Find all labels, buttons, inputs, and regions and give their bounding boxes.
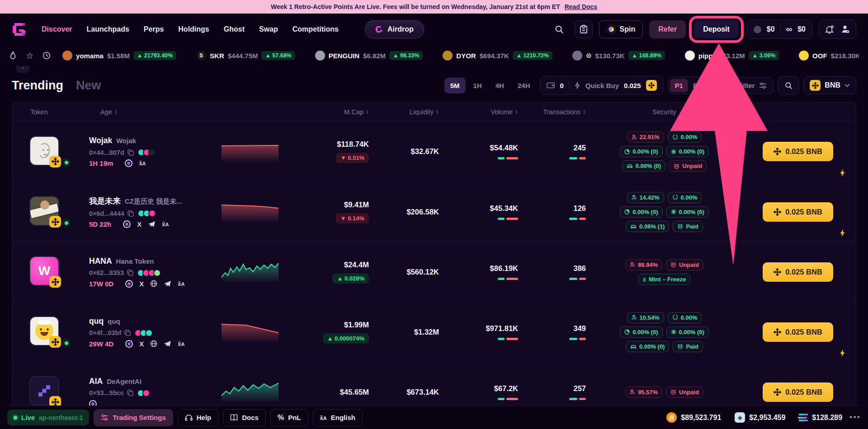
lightning-icon[interactable] [839,169,846,177]
spin-button[interactable]: Spin [599,20,643,38]
btc-price[interactable]: B$89,523.791 [666,412,721,423]
wallet-balances[interactable]: $0 ∞ $0 [747,20,812,39]
nav-link-ghost[interactable]: Ghost [224,25,245,33]
price-sparkline[interactable] [221,380,279,404]
price-sparkline[interactable] [221,140,279,163]
token-symbol[interactable]: quq [89,317,104,326]
preset-p2[interactable]: P2 [688,79,706,92]
token-avatar[interactable] [29,136,68,168]
tab-trending[interactable]: Trending [12,79,63,93]
price-sparkline[interactable] [221,320,279,344]
copy-address-icon[interactable] [127,149,134,156]
col-volume[interactable]: Volume [491,108,513,116]
quick-buy-button[interactable]: 0.025 BNB [763,382,833,402]
ticker-collapse-toggle[interactable]: ⌃ [16,66,30,73]
ticker-token[interactable]: DYOR$694.37K▲ 1210.72% [443,51,552,61]
ticker-token[interactable]: PENGUIN$6.82M▲ 98.33% [315,51,423,61]
table-search-button[interactable] [778,76,799,95]
table-row[interactable]: quqquq0×4f...03bf29W 4DXx̌A$1.99M▲ 0.000… [12,302,856,362]
scanner-icon[interactable] [125,340,133,348]
scanner-icon[interactable] [125,159,132,167]
copy-address-icon[interactable] [127,210,134,217]
eth-price[interactable]: ◆$2,953.459 [735,412,785,423]
ticker-token[interactable]: OOF$218.30K [799,51,859,61]
x-twitter-icon[interactable]: X [139,340,144,348]
search-icon[interactable] [550,20,568,38]
copy-address-icon[interactable] [124,330,131,336]
clipboard-icon[interactable] [575,20,593,38]
ticker-token[interactable]: yomama$1.58M▲ 21793.40% [62,51,176,61]
translate-icon[interactable]: x̌A [178,340,184,347]
token-symbol[interactable]: Wojak [89,136,112,145]
flame-icon[interactable] [9,51,17,60]
scanner-icon[interactable] [125,280,133,288]
col-mcap[interactable]: M.Cap [344,108,363,116]
token-avatar[interactable]: W [29,256,68,288]
more-menu-icon[interactable]: ••• [849,413,861,422]
app-logo[interactable] [12,21,28,37]
quick-buy-button[interactable]: 0.025 BNB [763,322,833,342]
lightning-icon[interactable] [839,349,846,357]
quick-buy-button[interactable]: 0.025 BNB [763,262,833,282]
scanner-icon[interactable] [123,220,131,228]
token-avatar[interactable] [29,196,68,228]
account-settings-icon[interactable] [841,25,850,34]
telegram-icon[interactable] [164,280,171,287]
table-row[interactable]: WojakWojak0×44...807d1H 19mx̌A$118.74K▼ … [12,121,856,182]
translate-icon[interactable]: x̌A [178,280,184,287]
live-region-pill[interactable]: Live ap-northeast-1 [7,410,89,425]
preset-p1[interactable]: P1 [670,79,688,92]
copy-address-icon[interactable] [127,270,133,276]
timeframe-4h[interactable]: 4H [490,78,510,93]
timeframe-24h[interactable]: 24H [512,78,536,93]
deposit-button[interactable]: Deposit [694,20,739,38]
preset-p3[interactable]: P3 [706,79,724,92]
price-sparkline[interactable] [221,200,279,224]
ticker-token[interactable]: ⊙$130.73K▲ 148.89% [572,51,665,61]
chain-select[interactable]: BNB [803,76,856,94]
nav-link-competitions[interactable]: Competitions [292,25,339,33]
token-symbol[interactable]: HANA [89,256,112,266]
ticker-token[interactable]: pippin$3.12M▲ 3.06% [685,51,779,61]
col-transactions[interactable]: Transactions [543,108,580,116]
price-sparkline[interactable] [221,260,279,284]
col-security[interactable]: Security [652,108,676,116]
translate-icon[interactable]: x̌A [162,221,169,228]
token-avatar[interactable] [29,316,68,348]
refer-button[interactable]: Refer [649,20,686,38]
clock-icon[interactable] [42,51,51,60]
token-symbol[interactable]: AIA [89,377,103,386]
quick-buy-group[interactable]: 0 Quick Buy 0.025 [540,76,663,95]
footer-button-trading-settings[interactable]: Trading Settings [94,409,173,426]
quick-buy-button[interactable]: 0.025 BNB [763,202,833,222]
quick-buy-button[interactable]: 0.025 BNB [763,142,833,161]
nav-link-discover[interactable]: Discover [42,25,72,33]
footer-button-english[interactable]: x̌AEnglish [313,409,363,426]
telegram-icon[interactable] [148,221,156,228]
copy-address-icon[interactable] [127,390,133,396]
globe-icon[interactable] [150,280,157,287]
footer-button-help[interactable]: Help [178,409,219,426]
nav-link-holdings[interactable]: Holdings [178,25,209,33]
x-twitter-icon[interactable]: X [139,280,144,288]
footer-button-pnl[interactable]: %PnL [270,409,308,426]
tab-new[interactable]: New [76,79,101,93]
banner-read-docs-link[interactable]: Read Docs [565,3,597,10]
table-row[interactable]: 我是未来CZ是历史 我是未...0×6d...44445D 22hXx̌A$9.… [12,182,856,242]
footer-button-docs[interactable]: Docs [223,409,266,426]
col-age[interactable]: Age [100,108,112,116]
sol-price[interactable]: $128.289 [799,414,842,422]
translate-icon[interactable]: x̌A [139,160,146,167]
token-avatar[interactable] [29,376,68,408]
filter-button[interactable]: Filter [731,77,774,94]
star-icon[interactable]: ☆ [26,51,33,61]
bell-icon[interactable] [825,25,834,34]
airdrop-button[interactable]: Airdrop [365,20,424,38]
lightning-icon[interactable] [839,229,846,237]
nav-link-perps[interactable]: Perps [144,25,164,33]
nav-link-launchpads[interactable]: Launchpads [87,25,129,33]
token-symbol[interactable]: 我是未来 [89,196,121,206]
telegram-icon[interactable] [164,340,171,347]
x-twitter-icon[interactable]: X [137,220,142,228]
table-row[interactable]: WHANAHana Token0×62...835317W 0DXx̌A$24.… [12,242,856,302]
